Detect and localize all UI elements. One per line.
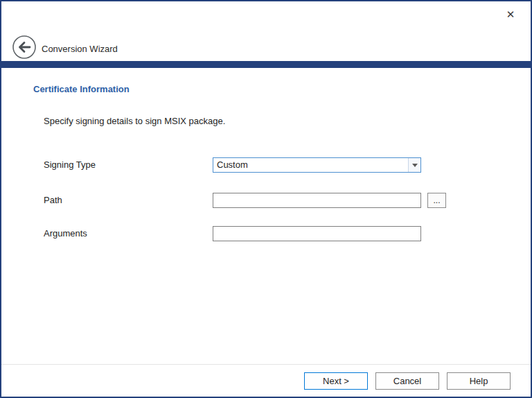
path-row: Path ... xyxy=(1,193,531,208)
path-input[interactable] xyxy=(213,193,421,208)
arguments-row: Arguments xyxy=(1,226,531,241)
signing-type-combobox[interactable]: Custom xyxy=(213,157,421,173)
back-arrow-icon xyxy=(12,35,37,60)
back-button[interactable] xyxy=(12,35,37,60)
arguments-label: Arguments xyxy=(44,228,87,239)
path-label: Path xyxy=(44,195,62,205)
wizard-header: Conversion Wizard xyxy=(1,1,531,61)
arguments-input[interactable] xyxy=(213,226,421,241)
signing-type-value: Custom xyxy=(213,158,408,172)
help-button[interactable]: Help xyxy=(447,372,511,390)
browse-button[interactable]: ... xyxy=(427,193,446,208)
cancel-button[interactable]: Cancel xyxy=(375,372,439,390)
signing-type-row: Signing Type Custom xyxy=(1,157,531,173)
section-description: Specify signing details to sign MSIX pac… xyxy=(44,116,225,126)
wizard-title: Conversion Wizard xyxy=(42,44,118,54)
chevron-down-icon xyxy=(412,164,418,167)
next-button[interactable]: Next > xyxy=(304,372,368,390)
signing-type-label: Signing Type xyxy=(44,159,96,170)
conversion-wizard-dialog: ✕ Conversion Wizard Certificate Informat… xyxy=(0,0,532,398)
section-title: Certificate Information xyxy=(33,84,130,94)
signing-type-dropdown-button[interactable] xyxy=(408,158,420,172)
header-accent-band xyxy=(1,61,531,68)
footer-button-bar: Next > Cancel Help xyxy=(1,364,531,397)
